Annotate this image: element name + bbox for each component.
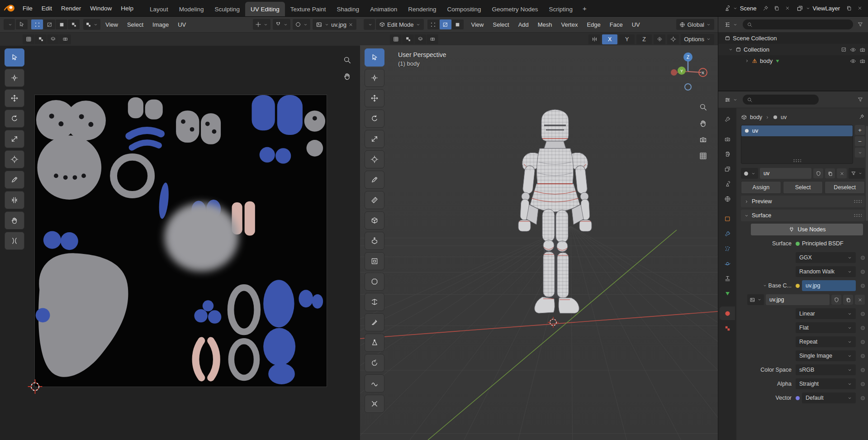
preview-section-header[interactable]: Preview	[741, 196, 865, 207]
tab-layout[interactable]: Layout	[144, 2, 174, 16]
list-resize-grip[interactable]	[793, 159, 801, 163]
source-dropdown[interactable]: Single Image	[796, 350, 856, 361]
material-slot-list[interactable]: uv	[741, 125, 853, 164]
mirror-y-toggle[interactable]: Y	[619, 34, 635, 44]
unlink-image-button[interactable]	[855, 295, 865, 305]
properties-tab-modifiers[interactable]	[720, 227, 735, 240]
keyframe-dot[interactable]	[861, 312, 865, 316]
deselect-button[interactable]: Deselect	[825, 181, 865, 194]
gizmo-toggle[interactable]	[667, 34, 679, 44]
duplicate-material-button[interactable]	[825, 168, 835, 178]
tool-annotate-button[interactable]	[5, 171, 24, 189]
keyframe-dot[interactable]	[861, 396, 865, 400]
remove-viewlayer-button[interactable]	[855, 4, 864, 13]
duplicate-image-button[interactable]	[843, 295, 853, 305]
browse-material-button[interactable]	[741, 168, 758, 179]
outliner-search-input[interactable]	[743, 19, 853, 29]
uv-overlay-toggle-4[interactable]	[59, 34, 71, 44]
pin-icon[interactable]	[859, 114, 865, 120]
editor-type-selector[interactable]	[4, 19, 15, 30]
properties-filter-button[interactable]	[856, 95, 865, 104]
eye-icon[interactable]	[850, 58, 856, 64]
fake-user-button[interactable]	[813, 168, 823, 178]
new-viewlayer-button[interactable]	[844, 4, 854, 13]
unlink-scene-button[interactable]	[783, 4, 792, 13]
tool-spin-button[interactable]	[365, 354, 384, 372]
tool-annotate-button[interactable]	[365, 171, 384, 189]
vp-zoom-control[interactable]	[699, 103, 707, 113]
tool-rotate-button[interactable]	[365, 110, 384, 128]
subsurface-method-dropdown[interactable]: Random Walk	[796, 266, 856, 277]
properties-tab-view-layer[interactable]	[720, 162, 735, 176]
eye-icon[interactable]	[850, 47, 856, 53]
material-slot-uv[interactable]: uv	[741, 125, 853, 136]
editor-type-selector[interactable]	[722, 94, 740, 105]
vp-ortho-toggle-control[interactable]	[699, 152, 707, 162]
vp-menu-view[interactable]: View	[467, 21, 488, 28]
keyframe-dot[interactable]	[861, 382, 865, 386]
breadcrumb-object[interactable]: body	[750, 114, 762, 120]
tab-modeling[interactable]: Modeling	[174, 2, 209, 16]
keyframe-dot[interactable]	[861, 368, 865, 372]
vp-menu-edge[interactable]: Edge	[583, 21, 604, 28]
pin-scene-button[interactable]	[761, 4, 770, 13]
breadcrumb-material[interactable]: uv	[781, 114, 787, 120]
vp-overlay-toggle-1[interactable]	[390, 34, 402, 44]
keyframe-dot[interactable]	[861, 284, 865, 288]
uv-select-edge-toggle[interactable]	[43, 19, 55, 29]
tool-rip-button[interactable]	[5, 191, 24, 209]
tool-cube-button[interactable]	[365, 211, 384, 230]
material-name-field[interactable]: uv	[760, 168, 811, 179]
vp-pan-control[interactable]	[699, 119, 707, 129]
uv-select-island-toggle[interactable]	[68, 19, 80, 29]
checkbox-icon[interactable]	[841, 47, 847, 53]
viewlayer-selector[interactable]: ViewLayer	[794, 4, 843, 13]
scrollbar[interactable]	[866, 126, 868, 221]
interpolation-dropdown[interactable]: Linear	[796, 308, 856, 319]
tool-measure-button[interactable]	[365, 191, 384, 209]
uv-pan-control[interactable]	[343, 72, 351, 82]
tool-polybuild-button[interactable]	[365, 334, 384, 352]
properties-tab-physics[interactable]	[720, 257, 735, 270]
add-workspace-button[interactable]: +	[578, 0, 591, 16]
properties-tab-output[interactable]	[720, 147, 735, 161]
vp-menu-add[interactable]: Add	[514, 21, 533, 28]
tool-cursor-button[interactable]	[365, 69, 384, 87]
viewport-canvas[interactable]	[360, 45, 718, 440]
base-color-value[interactable]: uv.jpg	[802, 280, 856, 291]
extension-dropdown[interactable]: Repeat	[796, 336, 856, 347]
vp-overlay-toggle-2[interactable]	[402, 34, 414, 44]
color-space-dropdown[interactable]: sRGB	[796, 364, 856, 375]
navigation-gizmo[interactable]: Z Y X	[666, 50, 710, 93]
tab-uv-editing[interactable]: UV Editing	[245, 2, 285, 16]
unlink-image-icon[interactable]	[348, 22, 353, 27]
pivot-point-selector[interactable]	[253, 19, 270, 30]
proportional-editing-selector[interactable]	[293, 19, 310, 30]
tool-inset-button[interactable]	[365, 252, 384, 270]
tool-grab-button[interactable]	[5, 211, 24, 230]
tool-rotate-button[interactable]	[5, 110, 24, 128]
tool-scale-button[interactable]	[5, 130, 24, 148]
uv-overlay-toggle-1[interactable]	[23, 34, 34, 44]
distribution-dropdown[interactable]: GGX	[796, 252, 856, 263]
tab-animation[interactable]: Animation	[365, 2, 403, 16]
tool-scale-button[interactable]	[365, 130, 384, 148]
alpha-dropdown[interactable]: Straight	[796, 378, 856, 389]
sticky-selection-selector[interactable]	[83, 19, 100, 30]
uv-menu-select[interactable]: Select	[123, 21, 147, 28]
mirror-toggle[interactable]	[588, 34, 600, 44]
tool-move-button[interactable]	[5, 89, 24, 107]
properties-tab-scene[interactable]	[720, 177, 735, 191]
menu-render[interactable]: Render	[57, 5, 85, 12]
outliner-filter-button[interactable]	[856, 20, 865, 29]
snapping-selector[interactable]	[273, 19, 290, 30]
vertex-mode-toggle[interactable]	[427, 19, 439, 29]
keyframe-dot[interactable]	[861, 326, 865, 330]
image-selector[interactable]: uv.jpg	[313, 19, 356, 30]
keyframe-dot[interactable]	[861, 340, 865, 344]
blender-logo-icon[interactable]	[4, 4, 15, 12]
mirror-z-toggle[interactable]: Z	[636, 34, 652, 44]
uv-islands[interactable]	[36, 95, 325, 384]
tab-rendering[interactable]: Rendering	[403, 2, 441, 16]
snap-toggle[interactable]	[654, 34, 665, 44]
